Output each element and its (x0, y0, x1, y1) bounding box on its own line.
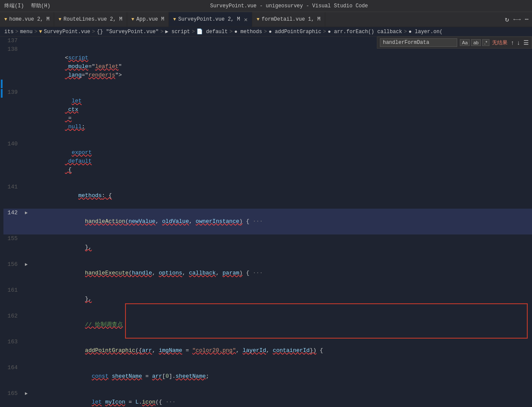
line-content-161: }, (30, 286, 532, 312)
code-line-142: 142 ► handleAction(newValue, oldValue, o… (3, 209, 532, 234)
breadcrumb-scope7: ● layer.on( (409, 29, 443, 35)
tab-bar-icons: ↻ ←→ ⋯ (501, 12, 532, 27)
search-no-result: 无结果 (492, 39, 508, 46)
code-line-165: 165 ► let myIcon = L.icon({ ··· (3, 389, 532, 407)
title-bar-menu: 终端(I) 帮助(H) (4, 2, 50, 9)
breadcrumb-sep2: > (34, 29, 37, 35)
line-num-164: 164 (3, 364, 23, 389)
line-content-156: handleExecute(handle, options, callback,… (30, 260, 532, 286)
code-line-140: 140 export default { (3, 140, 532, 183)
match-word-button[interactable]: ab (471, 39, 480, 46)
tab-icon-routelines: ▼ (58, 17, 61, 22)
breadcrumb-scope2: ▶ script (165, 28, 190, 35)
breadcrumb-scope5: ● addPointGraphic (269, 29, 321, 35)
breadcrumb-scope4: ● methods (234, 29, 262, 35)
search-bar: Aa ab .* 无结果 ↑ ↓ ☰ (377, 37, 532, 49)
tab-surveypoint[interactable]: ▼ SurveyPoint.vue 2, M ✕ (169, 12, 252, 27)
line-num-162: 162 (3, 312, 23, 338)
line-content-140: export default { (30, 140, 532, 183)
left-indicator-1 (1, 80, 3, 88)
code-line-164: 164 const sheetName = arr[0].sheetName; (3, 364, 532, 389)
tab-label-routelines: RouteLines.vue 2, M (64, 16, 122, 22)
code-lines: 137 138 <script module="leaflet" lang="r… (3, 37, 532, 407)
tab-icon-formdetail: ▼ (257, 17, 260, 22)
breadcrumb-file[interactable]: SurveyPoint.vue (44, 29, 90, 35)
left-gutter (0, 37, 3, 407)
line-num-155: 155 (3, 234, 23, 260)
match-case-button[interactable]: Aa (460, 39, 470, 46)
line-num-141: 141 (3, 183, 23, 209)
breadcrumb-scope3: 📄 default (196, 28, 228, 35)
tab-routelines[interactable]: ▼ RouteLines.vue 2, M (54, 12, 127, 27)
line-content-139: let ctx = null; (30, 88, 532, 140)
search-more-button[interactable]: ☰ (523, 39, 529, 46)
tab-app[interactable]: ▼ App.vue M (127, 12, 169, 27)
line-content-138: <script module="leaflet" lang="renderjs"… (30, 45, 532, 88)
tab-icon-app: ▼ (131, 17, 135, 22)
breadcrumb-its[interactable]: its (4, 29, 14, 35)
window-title: SurveyPoint.vue - unigeosurvey - Visual … (50, 3, 528, 9)
more-icon[interactable]: ⋯ (525, 15, 529, 23)
line-content-165: let myIcon = L.icon({ ··· (30, 389, 532, 407)
code-line-161: 161 }, (3, 286, 532, 312)
use-regex-button[interactable]: .* (482, 39, 489, 46)
line-content-142: handleAction(newValue, oldValue, ownerIn… (30, 209, 532, 234)
tab-bar: ▼ home.vue 2, M ▼ RouteLines.vue 2, M ▼ … (0, 12, 532, 27)
search-options: Aa ab .* (460, 39, 489, 46)
split-icon[interactable]: ←→ (514, 16, 521, 23)
line-num-156: 156 (3, 260, 23, 286)
breadcrumb-scope1: {} "SurveyPoint.vue" (97, 29, 159, 35)
line-num-138: 138 (3, 45, 23, 88)
breadcrumb-sep1: > (15, 29, 18, 35)
tab-formdetail[interactable]: ▼ formDetail.vue 1, M (252, 12, 325, 27)
line-content-155: }, (30, 234, 532, 260)
code-line-163: 163 addPointGraphic({arr, imgName = "col… (3, 338, 532, 364)
code-line-138: 138 <script module="leaflet" lang="rende… (3, 45, 532, 88)
line-num-165: 165 (3, 389, 23, 407)
editor-area: 137 138 <script module="leaflet" lang="r… (0, 37, 532, 407)
line-content-141: methods: { (30, 183, 532, 209)
title-bar: 终端(I) 帮助(H) SurveyPoint.vue - unigeosurv… (0, 0, 532, 12)
tab-close-surveypoint[interactable]: ✕ (244, 16, 248, 23)
tab-label-home: home.vue 2, M (9, 16, 50, 22)
code-line-162: 162 // 绘制调查点 (3, 312, 532, 338)
code-container[interactable]: 137 138 <script module="leaflet" lang="r… (3, 37, 532, 407)
line-num-139: 139 (3, 88, 23, 140)
tab-home[interactable]: ▼ home.vue 2, M (0, 12, 54, 27)
line-num-163: 163 (3, 338, 23, 364)
line-content-163: addPointGraphic({arr, imgName = "color20… (30, 338, 532, 364)
search-prev-button[interactable]: ↑ (510, 39, 515, 46)
line-content-162: // 绘制调查点 (30, 312, 532, 338)
line-content-164: const sheetName = arr[0].sheetName; (30, 364, 532, 389)
code-line-156: 156 ► handleExecute(handle, options, cal… (3, 260, 532, 286)
left-indicator-2 (1, 89, 3, 98)
search-input[interactable] (380, 38, 457, 47)
breadcrumb-menu[interactable]: menu (20, 29, 33, 35)
tab-label-app: App.vue M (136, 16, 164, 22)
line-num-137: 137 (3, 37, 23, 45)
history-icon[interactable]: ↻ (505, 15, 509, 24)
search-next-button[interactable]: ↓ (516, 39, 521, 46)
line-num-161: 161 (3, 286, 23, 312)
code-line-139: 139 let ctx = null; (3, 88, 532, 140)
search-nav: ↑ ↓ (510, 39, 521, 46)
code-line-155: 155 }, (3, 234, 532, 260)
tab-icon-home: ▼ (4, 17, 7, 22)
line-num-140: 140 (3, 140, 23, 183)
breadcrumb: its > menu > ▼ SurveyPoint.vue > {} "Sur… (0, 27, 532, 37)
menu-help[interactable]: 帮助(H) (31, 2, 51, 9)
breadcrumb-file-icon: ▼ (39, 29, 42, 35)
breadcrumb-scope6: ● arr.forEach() callback (328, 29, 402, 35)
tab-label-formdetail: formDetail.vue 1, M (262, 16, 321, 22)
line-num-142: 142 (3, 209, 23, 234)
tab-label-surveypoint: SurveyPoint.vue 2, M (178, 16, 240, 22)
code-line-141: 141 methods: { (3, 183, 532, 209)
tab-icon-surveypoint: ▼ (173, 17, 176, 22)
menu-terminal[interactable]: 终端(I) (4, 2, 24, 9)
